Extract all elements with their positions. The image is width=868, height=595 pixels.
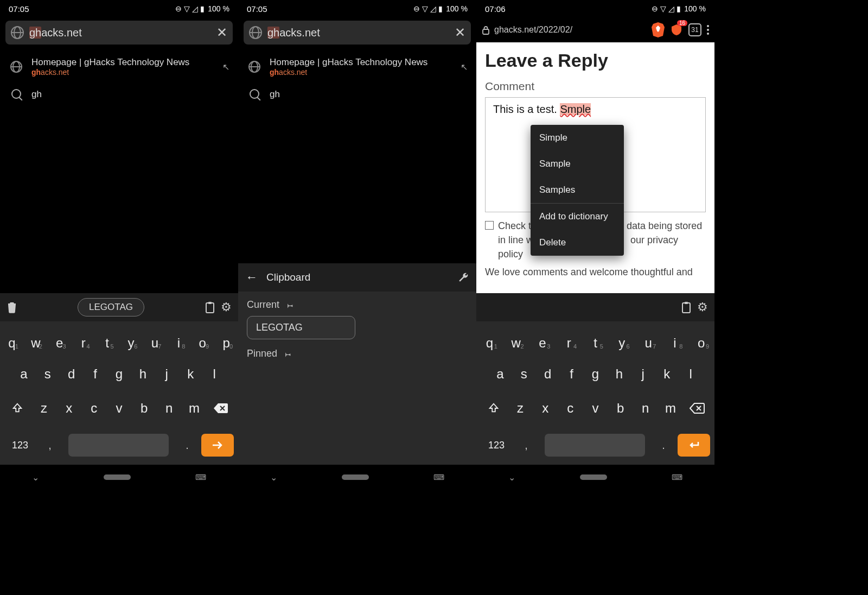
suggestion-chip[interactable]: LEGOTAG bbox=[78, 298, 144, 317]
checkbox[interactable] bbox=[485, 221, 494, 230]
kb-hide-icon[interactable]: ⌄ bbox=[270, 472, 277, 483]
key-b[interactable]: b bbox=[132, 391, 157, 426]
menu-icon[interactable] bbox=[707, 25, 709, 35]
key-x[interactable]: x bbox=[56, 391, 81, 426]
wrench-icon[interactable] bbox=[458, 272, 469, 283]
clipboard-entry[interactable]: LEGOTAG bbox=[247, 316, 355, 339]
period-key[interactable]: . bbox=[176, 439, 198, 452]
period-key[interactable]: . bbox=[653, 439, 674, 452]
key-u[interactable]: u7 bbox=[635, 321, 662, 357]
key-r[interactable]: r4 bbox=[72, 321, 95, 357]
gear-icon[interactable]: ⚙ bbox=[221, 300, 232, 314]
key-l[interactable]: l bbox=[202, 357, 226, 391]
url-text[interactable]: ghacks.net bbox=[29, 27, 211, 39]
key-w[interactable]: w2 bbox=[24, 321, 48, 357]
backspace-key[interactable] bbox=[207, 403, 235, 414]
key-j[interactable]: j bbox=[631, 357, 655, 391]
key-c[interactable]: c bbox=[558, 391, 583, 426]
suggestion-history[interactable]: Homepage | gHacks Technology News ghacks… bbox=[246, 51, 469, 83]
suggestion-samples[interactable]: Samples bbox=[531, 177, 624, 203]
key-v[interactable]: v bbox=[106, 391, 131, 426]
url-bar[interactable]: ghacks.net ✕ bbox=[244, 21, 471, 45]
key-t[interactable]: t5 bbox=[95, 321, 119, 357]
key-m[interactable]: m bbox=[182, 391, 207, 426]
suggestion-search[interactable]: gh bbox=[8, 83, 231, 105]
comma-key[interactable]: , bbox=[39, 439, 61, 452]
shift-key[interactable] bbox=[480, 402, 508, 414]
url-text[interactable]: ghacks.net bbox=[267, 27, 449, 39]
key-t[interactable]: t5 bbox=[582, 321, 609, 357]
home-pill[interactable] bbox=[104, 474, 131, 480]
paste-icon[interactable] bbox=[681, 301, 692, 313]
key-g[interactable]: g bbox=[584, 357, 608, 391]
key-p[interactable]: p0 bbox=[214, 321, 238, 357]
kb-switch-icon[interactable]: ⌨ bbox=[433, 473, 444, 482]
url-bar[interactable]: ghacks.net ✕ bbox=[5, 21, 233, 45]
key-f[interactable]: f bbox=[560, 357, 584, 391]
insert-arrow-icon[interactable]: ↖ bbox=[222, 62, 229, 72]
space-key[interactable] bbox=[68, 434, 169, 457]
suggestion-sample[interactable]: Sample bbox=[531, 151, 624, 177]
key-m[interactable]: m bbox=[658, 391, 683, 426]
space-key[interactable] bbox=[545, 434, 645, 457]
kb-switch-icon[interactable]: ⌨ bbox=[672, 473, 682, 482]
key-x[interactable]: x bbox=[533, 391, 558, 426]
key-y[interactable]: y6 bbox=[609, 321, 635, 357]
key-v[interactable]: v bbox=[583, 391, 608, 426]
key-c[interactable]: c bbox=[81, 391, 106, 426]
key-z[interactable]: z bbox=[508, 391, 533, 426]
key-u[interactable]: u7 bbox=[143, 321, 167, 357]
key-r[interactable]: r4 bbox=[556, 321, 582, 357]
key-k[interactable]: k bbox=[655, 357, 679, 391]
symbols-key[interactable]: 123 bbox=[481, 440, 512, 451]
pin-icon[interactable] bbox=[283, 350, 291, 358]
clear-icon[interactable]: ✕ bbox=[455, 25, 465, 40]
brave-shields-icon[interactable]: 16 bbox=[670, 23, 683, 36]
suggestion-history[interactable]: Homepage | gHacks Technology News ghacks… bbox=[8, 51, 231, 83]
key-i[interactable]: i8 bbox=[167, 321, 190, 357]
key-o[interactable]: o9 bbox=[190, 321, 214, 357]
delete-word[interactable]: Delete bbox=[531, 230, 624, 256]
kb-hide-icon[interactable]: ⌄ bbox=[508, 472, 515, 483]
key-j[interactable]: j bbox=[155, 357, 178, 391]
paste-icon[interactable] bbox=[205, 301, 215, 313]
key-l[interactable]: l bbox=[679, 357, 703, 391]
home-pill[interactable] bbox=[342, 474, 369, 480]
brave-icon[interactable] bbox=[652, 22, 665, 37]
key-d[interactable]: d bbox=[536, 357, 560, 391]
add-to-dictionary[interactable]: Add to dictionary bbox=[531, 203, 624, 230]
misspelled-word[interactable]: Smple bbox=[560, 103, 591, 115]
key-s[interactable]: s bbox=[512, 357, 536, 391]
tab-count[interactable]: 31 bbox=[688, 23, 701, 36]
suggestion-search[interactable]: gh bbox=[246, 83, 469, 105]
key-n[interactable]: n bbox=[157, 391, 182, 426]
suggestion-simple[interactable]: Simple bbox=[531, 125, 624, 151]
key-w[interactable]: w2 bbox=[503, 321, 529, 357]
key-e[interactable]: e3 bbox=[529, 321, 556, 357]
key-d[interactable]: d bbox=[60, 357, 84, 391]
clear-icon[interactable]: ✕ bbox=[216, 25, 227, 40]
back-arrow-icon[interactable]: ← bbox=[246, 270, 258, 284]
keyboard[interactable]: q1w2e3r4t5y6u7i8o9p0 asdfghjkl zxcvbnm 1… bbox=[0, 321, 238, 465]
enter-key[interactable] bbox=[678, 434, 710, 457]
key-q[interactable]: q1 bbox=[0, 321, 24, 357]
key-y[interactable]: y6 bbox=[119, 321, 143, 357]
symbols-key[interactable]: 123 bbox=[4, 440, 36, 451]
key-g[interactable]: g bbox=[107, 357, 131, 391]
gear-icon[interactable]: ⚙ bbox=[697, 300, 708, 314]
key-a[interactable]: a bbox=[488, 357, 512, 391]
trash-icon[interactable] bbox=[7, 301, 17, 313]
key-i[interactable]: i8 bbox=[661, 321, 688, 357]
kb-switch-icon[interactable]: ⌨ bbox=[195, 473, 206, 482]
key-b[interactable]: b bbox=[608, 391, 633, 426]
key-h[interactable]: h bbox=[607, 357, 631, 391]
key-a[interactable]: a bbox=[12, 357, 36, 391]
shift-key[interactable] bbox=[3, 402, 31, 414]
comma-key[interactable]: , bbox=[515, 439, 537, 452]
insert-arrow-icon[interactable]: ↖ bbox=[461, 62, 468, 72]
key-n[interactable]: n bbox=[633, 391, 658, 426]
key-f[interactable]: f bbox=[84, 357, 107, 391]
pin-icon[interactable] bbox=[285, 301, 293, 309]
spellcheck-menu[interactable]: Simple Sample Samples Add to dictionary … bbox=[531, 125, 624, 256]
key-q[interactable]: q1 bbox=[476, 321, 503, 357]
